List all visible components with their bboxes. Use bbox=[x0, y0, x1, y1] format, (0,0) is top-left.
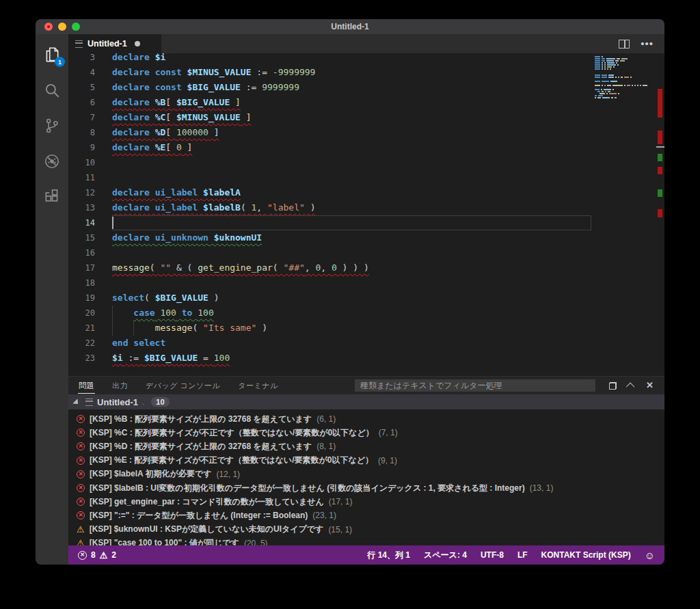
problem-row[interactable]: ✕[KSP] get_engine_par : コマンド引数の数が一致していませ… bbox=[68, 495, 664, 509]
status-encoding[interactable]: UTF-8 bbox=[481, 550, 504, 560]
problems-file-group[interactable]: Untitled-1 . 10 bbox=[68, 394, 664, 409]
problems-filter-input[interactable] bbox=[355, 379, 595, 392]
code-line-4[interactable]: 4declare const $MINUS_VALUE := -9999999 bbox=[68, 65, 591, 80]
problem-row[interactable]: ✕[KSP] %D : 配列要素サイズが上限の 32768 を超えています(8,… bbox=[68, 439, 664, 453]
code-line-17[interactable]: 17message( "" & ( get_engine_par( "##", … bbox=[68, 260, 591, 275]
panel-tab-item[interactable]: 出力 bbox=[111, 378, 129, 394]
code-line-3[interactable]: 3declare $i bbox=[68, 53, 591, 65]
panel-tab-item[interactable]: ターミナル bbox=[237, 378, 279, 394]
problem-location: (12, 1) bbox=[216, 470, 240, 479]
code-line-12[interactable]: 12declare ui_label $labelA bbox=[68, 185, 591, 200]
problem-row[interactable]: ✕[KSP] ":=" : データ型が一致しません (Integer := Bo… bbox=[68, 509, 664, 522]
minimap-line bbox=[595, 95, 604, 96]
minimap-line bbox=[597, 91, 612, 92]
code-line-6[interactable]: 6declare %B[ $BIG_VALUE ] bbox=[68, 95, 591, 110]
activity-bar-item-debug[interactable] bbox=[38, 149, 66, 174]
code-editor[interactable]: 3declare $i4declare const $MINUS_VALUE :… bbox=[68, 53, 664, 376]
code-line-11[interactable]: 11 bbox=[68, 170, 591, 185]
error-icon: ✕ bbox=[77, 429, 85, 437]
problems-summary[interactable]: ✕ 8 ⚠ 2 bbox=[78, 550, 116, 560]
panel-tab-active[interactable]: 問題 bbox=[78, 378, 95, 394]
overview-ruler[interactable] bbox=[656, 53, 664, 376]
title-bar[interactable]: Untitled-1 bbox=[36, 19, 664, 34]
more-actions-icon[interactable]: ••• bbox=[641, 40, 654, 47]
debug-disabled-icon bbox=[43, 152, 61, 170]
problem-row[interactable]: ✕[KSP] %B : 配列要素サイズが上限の 32768 を超えています(6,… bbox=[68, 412, 664, 426]
warning-icon: ⚠ bbox=[77, 525, 85, 534]
close-panel-icon[interactable]: ✕ bbox=[646, 382, 654, 389]
error-count-icon: ✕ bbox=[78, 551, 87, 560]
git-branch-icon bbox=[43, 117, 61, 135]
code-line-21[interactable]: 21message( "Its same" ) bbox=[68, 321, 591, 336]
split-editor-icon[interactable] bbox=[619, 40, 630, 49]
maximize-panel-icon[interactable] bbox=[609, 382, 617, 390]
line-content bbox=[112, 155, 591, 170]
line-number: 20 bbox=[68, 306, 112, 321]
code-line-19[interactable]: 19select( $BIG_VALUE ) bbox=[68, 290, 591, 306]
feedback-smiley-icon[interactable]: ☺ bbox=[645, 550, 655, 560]
line-content: declare const $BIG_VALUE := 9999999 bbox=[112, 80, 591, 95]
error-icon: ✕ bbox=[77, 511, 85, 519]
problem-message: [KSP] $labelA 初期化が必要です bbox=[90, 468, 211, 480]
minimap-line bbox=[595, 89, 615, 90]
problem-row[interactable]: ✕[KSP] %E : 配列要素サイズが不正です（整数ではない/要素数が0以下な… bbox=[68, 454, 664, 468]
code-line-8[interactable]: 8declare %D[ 100000 ] bbox=[68, 125, 591, 140]
status-language-mode[interactable]: KONTAKT Script (KSP) bbox=[541, 550, 631, 560]
code-line-9[interactable]: 9declare %E[ 0 ] bbox=[68, 140, 591, 155]
minimap-line bbox=[600, 93, 621, 94]
activity-bar-item-extensions[interactable] bbox=[38, 185, 66, 209]
screen-background: Untitled-1 1 Untitled-1 ••• bbox=[0, 0, 700, 609]
status-eol[interactable]: LF bbox=[517, 550, 528, 560]
minimap-line bbox=[595, 58, 629, 59]
problem-row[interactable]: ⚠[KSP] $uknownUI : KSPが定義していない未知のUIタイプです… bbox=[68, 523, 664, 537]
activity-bar-item-source-control[interactable] bbox=[38, 113, 66, 138]
line-number: 22 bbox=[68, 336, 112, 351]
problem-message: [KSP] ":=" : データ型が一致しません (Integer := Boo… bbox=[90, 510, 308, 522]
problem-row[interactable]: ✕[KSP] %C : 配列要素サイズが不正です（整数ではない/要素数が0以下な… bbox=[68, 426, 664, 439]
code-line-20[interactable]: 20case 100 to 100 bbox=[68, 306, 591, 321]
status-cursor-position[interactable]: 行 14、列 1 bbox=[367, 550, 410, 561]
code-line-16[interactable]: 16 bbox=[68, 245, 591, 260]
code-area[interactable]: 3declare $i4declare const $MINUS_VALUE :… bbox=[68, 53, 591, 376]
chevron-up-icon[interactable] bbox=[626, 382, 635, 391]
status-indentation[interactable]: スペース: 4 bbox=[424, 550, 467, 561]
code-line-18[interactable]: 18 bbox=[68, 275, 591, 290]
error-icon: ✕ bbox=[77, 470, 85, 478]
error-icon: ✕ bbox=[77, 484, 85, 492]
problem-location: (20, 5) bbox=[244, 539, 268, 545]
line-content: declare ui_label $labelA bbox=[112, 185, 591, 200]
activity-bar: 1 bbox=[36, 34, 68, 565]
problem-location: (7, 1) bbox=[379, 428, 398, 437]
panel-header: 問題出力デバッグ コンソールターミナル ✕ bbox=[68, 377, 664, 394]
line-number: 14 bbox=[68, 215, 112, 230]
activity-bar-item-search[interactable] bbox=[38, 78, 66, 103]
extensions-icon bbox=[43, 188, 61, 206]
minimap-line bbox=[595, 64, 620, 66]
minimap-line bbox=[595, 77, 633, 78]
code-line-10[interactable]: 10 bbox=[68, 155, 591, 170]
tab-untitled-1[interactable]: Untitled-1 bbox=[68, 34, 161, 53]
code-line-13[interactable]: 13declare ui_label $labelB( 1, "label" ) bbox=[68, 200, 591, 215]
expand-twisty-icon[interactable] bbox=[72, 398, 80, 406]
code-line-23[interactable]: 23$i := $BIG_VALUE = 100 bbox=[68, 351, 591, 366]
code-line-22[interactable]: 22end select bbox=[68, 336, 591, 351]
code-line-5[interactable]: 5declare const $BIG_VALUE := 9999999 bbox=[68, 80, 591, 95]
minimap[interactable] bbox=[591, 53, 656, 376]
code-line-7[interactable]: 7declare %C[ $MINUS_VALUE ] bbox=[68, 110, 591, 125]
activity-bar-item-explorer[interactable]: 1 bbox=[38, 42, 66, 67]
panel-tab-item[interactable]: デバッグ コンソール bbox=[145, 378, 221, 394]
code-line-14[interactable]: 14 bbox=[68, 215, 591, 230]
problem-message: [KSP] $uknownUI : KSPが定義していない未知のUIタイプです bbox=[90, 524, 324, 535]
indent-guide bbox=[112, 321, 113, 336]
line-content: declare $i bbox=[112, 53, 591, 65]
problem-row[interactable]: ⚠[KSP] "case 100 to 100" : 値が同じです(20, 5) bbox=[68, 537, 664, 545]
window-title: Untitled-1 bbox=[36, 22, 664, 31]
activity-badge: 1 bbox=[55, 57, 65, 67]
unsaved-changes-dot[interactable] bbox=[135, 41, 140, 46]
problem-row[interactable]: ✕[KSP] $labelA 初期化が必要です(12, 1) bbox=[68, 468, 664, 481]
vscode-window: Untitled-1 1 Untitled-1 ••• bbox=[36, 19, 664, 565]
code-line-15[interactable]: 15declare ui_unknown $uknownUI bbox=[68, 230, 591, 245]
problem-row[interactable]: ✕[KSP] $labelB : UI変数の初期化引数のデータ型が一致しません … bbox=[68, 481, 664, 495]
problems-list[interactable]: ✕[KSP] %B : 配列要素サイズが上限の 32768 を超えています(6,… bbox=[68, 409, 664, 545]
minimap-line bbox=[595, 75, 615, 76]
